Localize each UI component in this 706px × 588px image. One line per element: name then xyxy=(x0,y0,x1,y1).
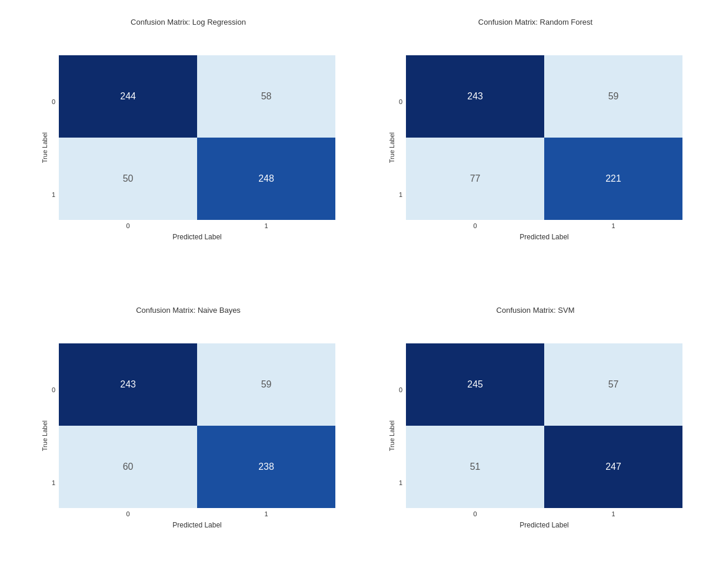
x-tick-svm-0: 0 xyxy=(474,510,477,517)
x-tick-random-forest-0: 0 xyxy=(474,222,477,229)
bottom-labels-svm: 245575124701Predicted Label xyxy=(406,343,682,529)
y-tick-svm-1: 1 xyxy=(399,479,402,486)
matrix-cell-log-regression-0: 244 xyxy=(59,55,197,138)
matrix-cell-random-forest-1: 59 xyxy=(544,55,682,138)
matrix-cell-naive-bayes-2: 60 xyxy=(59,426,197,508)
charts-grid: Confusion Matrix: Log RegressionTrue Lab… xyxy=(0,0,706,588)
x-axis-title-svm: Predicted Label xyxy=(406,521,682,529)
matrix-cell-random-forest-2: 77 xyxy=(406,138,544,220)
bottom-labels-log-regression: 244585024801Predicted Label xyxy=(59,55,335,241)
matrix-cell-naive-bayes-3: 238 xyxy=(197,426,335,508)
x-axis-labels-naive-bayes: 01 xyxy=(59,508,335,519)
bottom-labels-random-forest: 243597722101Predicted Label xyxy=(406,55,682,241)
matrix-wrapper-svm: 01245575124701Predicted Label xyxy=(399,343,682,529)
chart-naive-bayes: Confusion Matrix: Naive BayesTrue Label0… xyxy=(12,300,347,576)
matrix-grid-random-forest: 2435977221 xyxy=(406,55,682,220)
x-axis-title-log-regression: Predicted Label xyxy=(59,233,335,241)
chart-random-forest: Confusion Matrix: Random ForestTrue Labe… xyxy=(359,12,694,288)
y-tick-labels-svm: 01 xyxy=(399,343,406,529)
matrix-cell-naive-bayes-1: 59 xyxy=(197,343,335,426)
matrix-with-yticks-random-forest: 01243597722101Predicted Label xyxy=(399,55,682,241)
chart-title-log-regression: Confusion Matrix: Log Regression xyxy=(131,18,246,26)
bottom-labels-naive-bayes: 243596023801Predicted Label xyxy=(59,343,335,529)
y-tick-labels-naive-bayes: 01 xyxy=(52,343,59,529)
x-tick-naive-bayes-1: 1 xyxy=(264,510,268,517)
x-tick-naive-bayes-0: 0 xyxy=(126,510,130,517)
x-axis-labels-log-regression: 01 xyxy=(59,220,335,230)
y-tick-log-regression-0: 0 xyxy=(52,98,55,105)
matrix-cell-svm-1: 57 xyxy=(544,343,682,426)
matrix-wrapper-log-regression: 01244585024801Predicted Label xyxy=(52,55,335,241)
chart-svm: Confusion Matrix: SVMTrue Label012455751… xyxy=(359,300,694,576)
matrix-wrapper-random-forest: 01243597722101Predicted Label xyxy=(399,55,682,241)
matrix-cell-svm-3: 247 xyxy=(544,426,682,508)
y-tick-labels-random-forest: 01 xyxy=(399,55,406,241)
matrix-cell-random-forest-0: 243 xyxy=(406,55,544,138)
y-axis-title-svm: True Label xyxy=(388,420,395,451)
y-axis-title-random-forest: True Label xyxy=(388,132,395,163)
y-tick-labels-log-regression: 01 xyxy=(52,55,59,241)
x-tick-svm-1: 1 xyxy=(611,510,615,517)
y-tick-svm-0: 0 xyxy=(399,386,402,393)
chart-log-regression: Confusion Matrix: Log RegressionTrue Lab… xyxy=(12,12,347,288)
matrix-wrapper-naive-bayes: 01243596023801Predicted Label xyxy=(52,343,335,529)
chart-area-svm: True Label01245575124701Predicted Label xyxy=(388,319,682,553)
chart-title-random-forest: Confusion Matrix: Random Forest xyxy=(478,18,592,26)
matrix-with-yticks-svm: 01245575124701Predicted Label xyxy=(399,343,682,529)
matrix-cell-log-regression-3: 248 xyxy=(197,138,335,220)
x-tick-log-regression-1: 1 xyxy=(264,222,268,229)
x-axis-labels-svm: 01 xyxy=(406,508,682,519)
matrix-cell-naive-bayes-0: 243 xyxy=(59,343,197,426)
y-axis-title-log-regression: True Label xyxy=(41,132,48,163)
chart-area-random-forest: True Label01243597722101Predicted Label xyxy=(388,31,682,265)
chart-area-log-regression: True Label01244585024801Predicted Label xyxy=(41,31,335,265)
y-tick-naive-bayes-0: 0 xyxy=(52,386,55,393)
chart-area-naive-bayes: True Label01243596023801Predicted Label xyxy=(41,319,335,553)
matrix-with-yticks-log-regression: 01244585024801Predicted Label xyxy=(52,55,335,241)
y-tick-random-forest-0: 0 xyxy=(399,98,402,105)
x-tick-random-forest-1: 1 xyxy=(611,222,615,229)
matrix-cell-svm-2: 51 xyxy=(406,426,544,508)
x-axis-title-naive-bayes: Predicted Label xyxy=(59,521,335,529)
matrix-grid-svm: 2455751247 xyxy=(406,343,682,508)
matrix-with-yticks-naive-bayes: 01243596023801Predicted Label xyxy=(52,343,335,529)
x-tick-log-regression-0: 0 xyxy=(126,222,130,229)
matrix-cell-svm-0: 245 xyxy=(406,343,544,426)
chart-title-naive-bayes: Confusion Matrix: Naive Bayes xyxy=(136,306,241,315)
x-axis-labels-random-forest: 01 xyxy=(406,220,682,230)
y-tick-naive-bayes-1: 1 xyxy=(52,479,55,486)
y-axis-title-naive-bayes: True Label xyxy=(41,420,48,451)
matrix-cell-random-forest-3: 221 xyxy=(544,138,682,220)
matrix-grid-log-regression: 2445850248 xyxy=(59,55,335,220)
matrix-cell-log-regression-1: 58 xyxy=(197,55,335,138)
matrix-grid-naive-bayes: 2435960238 xyxy=(59,343,335,508)
matrix-cell-log-regression-2: 50 xyxy=(59,138,197,220)
x-axis-title-random-forest: Predicted Label xyxy=(406,233,682,241)
chart-title-svm: Confusion Matrix: SVM xyxy=(497,306,575,315)
y-tick-random-forest-1: 1 xyxy=(399,191,402,198)
y-tick-log-regression-1: 1 xyxy=(52,191,55,198)
